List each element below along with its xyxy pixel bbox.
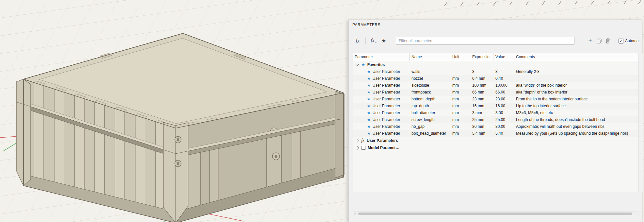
- parameter-type: User Parameter: [373, 110, 400, 116]
- section-label: Model Paramet…: [368, 145, 399, 150]
- param-name[interactable]: fronttoback: [410, 89, 450, 96]
- favorite-star-icon[interactable]: ★: [367, 96, 371, 103]
- parameter-type: User Parameter: [373, 75, 400, 82]
- table-header: Parameter Name Unit Expressio Value Comm…: [353, 53, 638, 61]
- param-comment[interactable]: Approximate; will math out even gaps bet…: [514, 123, 638, 130]
- col-expression[interactable]: Expressio: [470, 53, 493, 61]
- param-name[interactable]: nozzel: [410, 75, 450, 82]
- favorite-star-icon[interactable]: ★: [367, 82, 371, 89]
- favorite-star-icon[interactable]: ★: [367, 116, 371, 123]
- param-comment[interactable]: Lip to the top interior surface: [514, 103, 638, 110]
- scrollbar-thumb[interactable]: [358, 213, 632, 215]
- param-expression[interactable]: 3: [470, 68, 493, 75]
- table-row[interactable]: ★User Parameter walls 3 3 Generally 2-8: [353, 68, 638, 75]
- param-unit: mm: [450, 123, 470, 130]
- param-expression[interactable]: 100 mm: [470, 82, 493, 89]
- param-name[interactable]: sidetoside: [410, 82, 450, 89]
- col-comments[interactable]: Comments: [514, 53, 638, 61]
- favorites-filter-star-icon[interactable]: ★: [381, 38, 387, 44]
- param-comment[interactable]: aka "width" of the box interior: [514, 82, 638, 89]
- param-name[interactable]: rib_gap: [410, 123, 450, 130]
- table-body: ★ Favorites ★User Parameter walls 3 3 Ge…: [353, 61, 638, 192]
- section-user-parameters[interactable]: fx User Parameters: [353, 137, 638, 144]
- parameters-dialog: PARAMETERS fx fx+ ★ + ✓ Automat Paramete…: [348, 20, 642, 222]
- parameter-type: User Parameter: [373, 123, 400, 130]
- param-name[interactable]: bolt_head_diameter: [410, 130, 450, 137]
- param-comment[interactable]: Length of the threads; doesn't include t…: [514, 116, 638, 123]
- dialog-title[interactable]: PARAMETERS: [348, 20, 642, 30]
- fx-icon[interactable]: fx: [354, 38, 362, 44]
- param-expression[interactable]: 66 mm: [470, 89, 493, 96]
- param-name[interactable]: top_depth: [410, 103, 450, 110]
- parameter-type: User Parameter: [373, 130, 400, 137]
- chevron-right-icon[interactable]: [355, 146, 359, 149]
- section-favorites[interactable]: ★ Favorites: [353, 61, 638, 68]
- param-expression[interactable]: 25 mm: [470, 116, 493, 123]
- param-comment[interactable]: aka "depth" of the box interior: [514, 89, 638, 96]
- param-unit: mm: [450, 82, 470, 89]
- param-name[interactable]: screw_length: [410, 116, 450, 123]
- toolbar-divider: [365, 38, 366, 44]
- param-name[interactable]: bottom_depth: [410, 96, 450, 103]
- favorite-star-icon[interactable]: ★: [367, 68, 371, 75]
- table-row[interactable]: ★User Parameter fronttoback mm 66 mm 66.…: [353, 89, 638, 96]
- param-comment[interactable]: M3=3, M5=5, etc, etc: [514, 110, 638, 116]
- param-comment[interactable]: Measured by you! (Sets up spacing around…: [514, 130, 638, 137]
- param-value: 25.00: [493, 116, 514, 123]
- param-comment[interactable]: From the lip to the bottom interior surf…: [514, 96, 638, 103]
- col-parameter[interactable]: Parameter: [353, 53, 410, 61]
- chevron-down-icon[interactable]: [355, 62, 359, 66]
- table-row[interactable]: ★User Parameter rib_gap mm 30 mm 30.00 A…: [353, 123, 638, 130]
- fx-icon: fx: [361, 138, 364, 143]
- param-expression[interactable]: 30 mm: [470, 123, 493, 130]
- param-comment[interactable]: Generally 2-8: [514, 68, 638, 75]
- parameter-type: User Parameter: [373, 82, 400, 89]
- favorite-star-icon[interactable]: ★: [367, 89, 371, 96]
- table-row[interactable]: ★User Parameter screw_length mm 25 mm 25…: [353, 116, 638, 123]
- param-expression[interactable]: 3 mm: [470, 110, 493, 116]
- param-name[interactable]: walls: [410, 68, 450, 75]
- param-expression[interactable]: 23 mm: [470, 96, 493, 103]
- favorite-star-icon[interactable]: ★: [367, 123, 371, 130]
- add-parameter-icon[interactable]: +: [588, 38, 593, 43]
- param-comment[interactable]: [514, 75, 638, 82]
- copy-icon[interactable]: [597, 39, 602, 43]
- param-value: 30.00: [493, 123, 514, 130]
- parameter-type: User Parameter: [373, 116, 400, 123]
- favorite-star-icon[interactable]: ★: [367, 130, 371, 137]
- param-value: 66.00: [493, 89, 514, 96]
- horizontal-scrollbar[interactable]: ‹: [353, 212, 638, 216]
- delete-icon[interactable]: [605, 38, 610, 43]
- col-unit[interactable]: Unit: [450, 53, 470, 61]
- param-name[interactable]: bolt_diameter: [410, 110, 450, 116]
- table-row[interactable]: ★User Parameter top_depth mm 16 mm 16.00…: [353, 103, 638, 110]
- param-expression[interactable]: 16 mm: [470, 103, 493, 110]
- table-row[interactable]: ★User Parameter bottom_depth mm 23 mm 23…: [353, 96, 638, 103]
- chevron-right-icon[interactable]: [355, 139, 359, 142]
- favorite-star-icon[interactable]: ★: [367, 110, 371, 116]
- parameter-type: User Parameter: [373, 68, 400, 75]
- dialog-toolbar: fx fx+ ★ + ✓ Automat: [348, 36, 642, 46]
- table-row[interactable]: ★User Parameter nozzel mm 0.4 mm 0.40: [353, 75, 638, 82]
- auto-update-checkbox[interactable]: ✓ Automat: [619, 39, 640, 43]
- param-value: 3: [493, 68, 514, 75]
- col-value[interactable]: Value: [493, 53, 514, 61]
- vertical-scrollbar[interactable]: [638, 53, 643, 192]
- param-value: 5.40: [493, 130, 514, 137]
- fx-add-icon[interactable]: fx+: [370, 38, 378, 44]
- 3d-model-rugged-box[interactable]: [0, 27, 346, 222]
- filter-parameters-input[interactable]: [396, 37, 574, 45]
- col-name[interactable]: Name: [410, 53, 450, 61]
- param-value: 100.00: [493, 82, 514, 89]
- table-row[interactable]: ★User Parameter sidetoside mm 100 mm 100…: [353, 82, 638, 89]
- scroll-left-arrow-icon[interactable]: ‹: [353, 212, 357, 215]
- favorite-star-icon[interactable]: ★: [367, 103, 371, 110]
- favorite-star-icon[interactable]: ★: [367, 75, 371, 82]
- table-row[interactable]: ★User Parameter bolt_diameter mm 3 mm 3.…: [353, 110, 638, 116]
- section-label: User Parameters: [367, 138, 398, 143]
- param-expression[interactable]: 5.4 mm: [470, 130, 493, 137]
- param-expression[interactable]: 0.4 mm: [470, 75, 493, 82]
- checkbox-check-icon[interactable]: ✓: [619, 39, 623, 43]
- table-row[interactable]: ★User Parameter bolt_head_diameter mm 5.…: [353, 130, 638, 137]
- section-model-parameters[interactable]: Model Paramet…: [353, 144, 638, 151]
